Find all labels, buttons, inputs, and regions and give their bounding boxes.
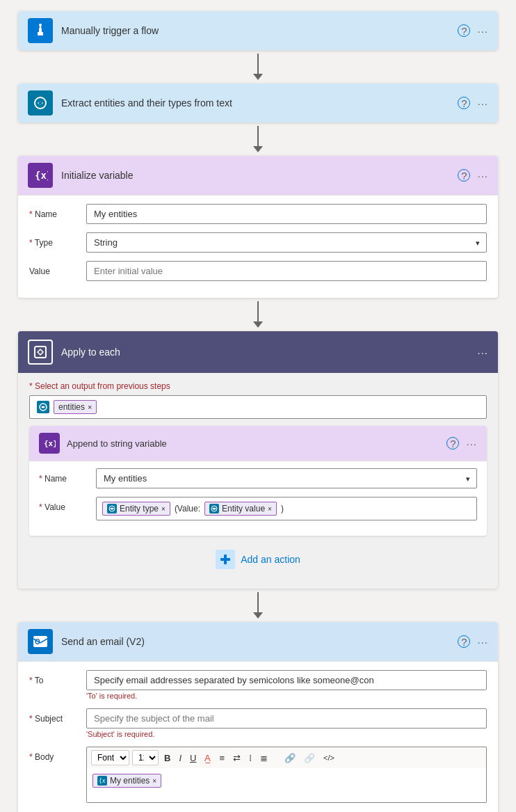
- link-button[interactable]: 🔗: [282, 751, 298, 765]
- init-variable-actions: ? ···: [458, 169, 488, 182]
- subject-row: Subject 'Subject' is required.: [29, 708, 487, 738]
- entities-tag-icon: [37, 401, 49, 413]
- apply-each-header: Apply to each ···: [18, 331, 498, 373]
- apply-each-icon: [28, 340, 53, 365]
- font-select[interactable]: Font: [91, 750, 129, 765]
- value-label: Value: [29, 261, 78, 276]
- color-button[interactable]: A̲: [202, 751, 213, 765]
- type-row: Type String Integer Boolean Float Array …: [29, 232, 487, 253]
- to-input[interactable]: [86, 670, 487, 690]
- append-name-label: Name: [39, 468, 88, 484]
- init-variable-body: Name Type String Integer Boolean Float A…: [18, 195, 498, 298]
- font-size-select[interactable]: 12 8 10 14 16 18 24: [132, 750, 159, 765]
- entities-input: entities ×: [29, 395, 487, 419]
- arrow-2: [253, 122, 263, 156]
- send-email-actions: ? ···: [458, 635, 488, 648]
- send-email-help-icon[interactable]: ?: [458, 635, 470, 648]
- extract-entities-title: Extract entities and their types from te…: [61, 97, 449, 109]
- svg-text:{x}: {x}: [44, 439, 56, 448]
- apply-each-card: Apply to each ··· * Select an output fro…: [18, 331, 498, 589]
- append-name-row: Name My entities ▾: [39, 468, 477, 488]
- type-select[interactable]: String Integer Boolean Float Array Objec…: [86, 232, 487, 253]
- extract-entities-help-icon[interactable]: ?: [458, 97, 470, 109]
- code-button[interactable]: </>: [321, 752, 337, 763]
- apply-each-title: Apply to each: [61, 347, 469, 358]
- value-sep-open: (Value:: [175, 504, 200, 514]
- subject-label: Subject: [29, 708, 78, 724]
- apply-each-body: * Select an output from previous steps e…: [18, 373, 498, 589]
- type-label: Type: [29, 232, 78, 248]
- manual-trigger-icon: [28, 18, 53, 43]
- manual-trigger-title: Manually trigger a flow: [61, 25, 449, 36]
- append-card-icon: {x}: [39, 433, 60, 454]
- body-row: Body Font 12 8 10 14 16 18 24: [29, 747, 487, 803]
- value-sep-close: ): [281, 504, 284, 514]
- append-card-title: Append to string variable: [67, 438, 440, 449]
- add-action-area: Add an action: [29, 536, 487, 580]
- extract-entities-header: Extract entities and their types from te…: [18, 83, 498, 122]
- apply-each-more-icon[interactable]: ···: [477, 347, 488, 358]
- svg-point-1: [39, 24, 42, 26]
- entity-value-remove[interactable]: ×: [268, 505, 272, 513]
- init-variable-icon: {x}: [28, 163, 53, 188]
- append-card: {x} Append to string variable ? ··· Name: [29, 426, 487, 536]
- append-more-icon[interactable]: ···: [466, 438, 477, 449]
- init-variable-header: {x} Initialize variable ? ···: [18, 156, 498, 195]
- manual-trigger-more-icon[interactable]: ···: [477, 25, 488, 37]
- entity-type-token: Entity type ×: [102, 502, 170, 516]
- my-entities-token-remove[interactable]: ×: [152, 777, 156, 785]
- to-row: To 'To' is required.: [29, 670, 487, 700]
- my-entities-token-icon: {x}: [97, 776, 107, 786]
- align-center-button[interactable]: ≣: [257, 751, 271, 765]
- bold-button[interactable]: B: [161, 751, 173, 765]
- send-email-title: Send an email (V2): [61, 636, 449, 647]
- entity-value-token-icon: [209, 504, 219, 514]
- manual-trigger-actions: ? ···: [458, 24, 488, 37]
- extract-entities-more-icon[interactable]: ···: [477, 97, 488, 109]
- svg-rect-5: [35, 347, 46, 358]
- value-row: Value: [29, 261, 487, 281]
- align-right-button[interactable]: ⁣: [273, 751, 279, 765]
- manual-trigger-card: Manually trigger a flow ? ···: [18, 11, 498, 50]
- init-variable-more-icon[interactable]: ···: [477, 170, 488, 182]
- align-left-button[interactable]: ⁞: [246, 751, 255, 765]
- subject-error: 'Subject' is required.: [86, 730, 487, 738]
- numbered-list-button[interactable]: ⇄: [230, 751, 243, 765]
- entities-tag-remove[interactable]: ×: [88, 403, 92, 411]
- append-card-actions: ? ···: [446, 437, 477, 449]
- append-name-select-wrapper: My entities ▾: [96, 468, 477, 488]
- init-variable-card: {x} Initialize variable ? ··· Name Type …: [18, 156, 498, 298]
- send-email-body: To 'To' is required. Subject 'Subject' i…: [18, 661, 498, 812]
- arrow-3: [253, 298, 263, 331]
- entity-value-token: Entity value ×: [204, 502, 277, 516]
- body-content[interactable]: {x} My entities ×: [86, 768, 487, 803]
- entity-type-remove[interactable]: ×: [161, 505, 166, 513]
- append-help-icon[interactable]: ?: [446, 437, 459, 449]
- to-field-wrapper: 'To' is required.: [86, 670, 487, 700]
- value-input[interactable]: [86, 261, 487, 281]
- unlink-button[interactable]: 🔗: [301, 751, 318, 765]
- add-action-button[interactable]: Add an action: [216, 550, 300, 569]
- append-name-select[interactable]: My entities: [96, 468, 477, 488]
- italic-button[interactable]: I: [176, 751, 184, 765]
- body-field-wrapper: Font 12 8 10 14 16 18 24 B I: [86, 747, 487, 803]
- name-input[interactable]: [86, 204, 487, 224]
- name-label: Name: [29, 204, 78, 219]
- svg-point-3: [39, 102, 42, 105]
- apply-each-actions: ···: [477, 347, 488, 358]
- underline-button[interactable]: U: [187, 751, 199, 765]
- manual-trigger-help-icon[interactable]: ?: [458, 24, 470, 37]
- send-email-more-icon[interactable]: ···: [477, 636, 488, 648]
- send-email-icon: O: [28, 629, 53, 654]
- arrow-1: [253, 50, 263, 83]
- extract-entities-actions: ? ···: [458, 97, 488, 109]
- bullet-list-button[interactable]: ≡: [216, 751, 227, 765]
- append-value-row: Value Entity type × (Value:: [39, 497, 477, 520]
- subject-input[interactable]: [86, 708, 487, 729]
- manual-trigger-header: Manually trigger a flow ? ···: [18, 11, 498, 50]
- name-row: Name: [29, 204, 487, 224]
- entity-type-label: Entity type: [120, 504, 159, 514]
- init-variable-help-icon[interactable]: ?: [458, 169, 470, 182]
- append-card-header: {x} Append to string variable ? ···: [29, 426, 487, 461]
- add-action-icon: [216, 550, 235, 569]
